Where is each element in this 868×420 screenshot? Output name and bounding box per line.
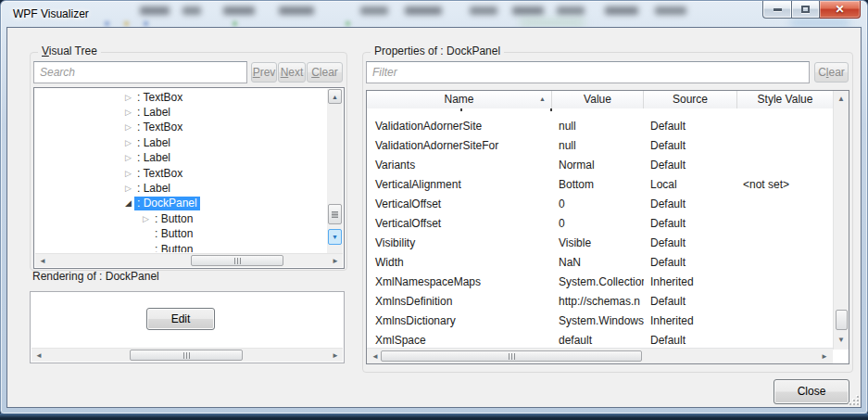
column-header-style-value[interactable]: Style Value — [737, 91, 834, 108]
expander-icon[interactable]: ▷ — [122, 183, 134, 195]
tree-item[interactable]: ◢ : DockPanel — [35, 197, 326, 211]
expander-icon[interactable]: ▷ — [122, 168, 134, 180]
tree-item[interactable]: ▷ : Label — [35, 105, 326, 120]
tree-item-label: : DockPanel — [134, 197, 200, 210]
property-row[interactable]: VerticalAlignment Bottom Local <not set> — [367, 174, 833, 194]
tree-item[interactable]: ▷ : Button — [35, 211, 326, 226]
tree-item[interactable]: ▷ : Label — [35, 181, 326, 196]
scroll-down-button[interactable]: ▼ — [328, 229, 342, 245]
property-name: Visibility — [367, 236, 552, 249]
tree-item[interactable]: ▷ : Label — [35, 135, 326, 150]
expander-icon[interactable]: ▷ — [122, 92, 134, 104]
filter-clear-button[interactable]: Clear — [814, 62, 849, 83]
tree-hscroll-thumb[interactable] — [191, 255, 283, 266]
tree-item[interactable]: ▷ : Label — [35, 151, 326, 166]
property-row[interactable]: XmlnsDefinition http://schemas.n Default — [367, 291, 833, 311]
property-row[interactable]: ValidationAdornerSite null Default — [367, 116, 833, 135]
titlebar[interactable]: WPF Visualizer ✕ — [1, 1, 867, 27]
expander-icon[interactable]: ▷ — [122, 107, 134, 119]
prev-button[interactable]: Prev — [251, 62, 277, 83]
property-value: null — [552, 139, 644, 152]
close-button[interactable]: Close — [774, 379, 849, 404]
properties-vscroll-thumb[interactable] — [836, 310, 848, 330]
minimize-button[interactable] — [762, 1, 791, 19]
tree-item-label: : Button — [152, 243, 195, 252]
property-source: Default — [644, 256, 737, 269]
thumb-grip-icon — [332, 214, 338, 215]
maximize-icon — [801, 6, 810, 13]
scroll-right-icon[interactable]: ► — [330, 257, 341, 265]
property-row[interactable]: Width NaN Default — [367, 252, 833, 272]
property-value: System.Windows — [552, 314, 644, 327]
property-value: 0 — [552, 197, 644, 210]
tree-item[interactable]: : Button — [35, 227, 326, 242]
tree-item-label: : Label — [134, 151, 173, 165]
tree-vscroll-thumb[interactable] — [328, 204, 342, 224]
column-header-name[interactable]: Name ▲ — [367, 91, 552, 108]
scroll-left-icon[interactable]: ◄ — [370, 352, 381, 361]
wpf-visualizer-window: WPF Visualizer ✕ Visual Tree Prev Next C… — [0, 0, 868, 414]
property-row[interactable]: VerticalOffset 0 Default — [367, 213, 833, 233]
triangle-up-icon[interactable]: ▲ — [834, 95, 849, 103]
close-window-button[interactable]: ✕ — [820, 1, 861, 19]
dialog-client-area: Visual Tree Prev Next Clear ▷ : TextBox … — [6, 27, 862, 408]
tree-item[interactable]: ▷ : TextBox — [35, 166, 326, 181]
next-button[interactable]: Next — [278, 62, 306, 83]
tree-horizontal-scrollbar[interactable]: ◄ ► — [35, 253, 343, 267]
property-row[interactable]: XmlnsDictionary System.Windows Inherited — [367, 311, 833, 330]
maximize-button[interactable] — [791, 1, 820, 19]
tree-vertical-scrollbar[interactable]: ▲ ▼ — [327, 89, 343, 253]
property-name: Width — [367, 256, 552, 269]
expander-icon[interactable]: ▷ — [122, 137, 134, 149]
partially-visible-row[interactable] — [367, 108, 833, 116]
property-source: Inherited — [644, 275, 737, 288]
tree-item[interactable]: : Button — [35, 242, 326, 252]
property-row[interactable]: XmlNamespaceMaps System.Collection Inher… — [367, 272, 833, 291]
property-name: ValidationAdornerSiteFor — [367, 139, 552, 152]
search-input[interactable] — [33, 61, 247, 83]
triangle-down-icon: ▼ — [332, 234, 338, 240]
properties-rows: ValidationAdornerSite null Default Valid… — [367, 108, 833, 350]
window-title: WPF Visualizer — [13, 7, 89, 20]
property-name: XmlNamespaceMaps — [367, 275, 552, 288]
expander-icon[interactable]: ▷ — [140, 213, 152, 225]
expander-icon[interactable]: ▷ — [122, 152, 134, 164]
property-row[interactable]: ValidationAdornerSiteFor null Default — [367, 135, 833, 155]
scroll-up-button[interactable]: ▲ — [328, 89, 342, 104]
tree-item-label: : TextBox — [134, 121, 185, 134]
property-value: Normal — [552, 159, 644, 172]
tree-item[interactable]: ▷ : TextBox — [35, 121, 326, 135]
sort-ascending-icon: ▲ — [539, 95, 546, 102]
rendering-hscroll-thumb[interactable] — [130, 350, 243, 361]
properties-vertical-scrollbar[interactable]: ▲ ▼ — [833, 91, 849, 350]
edit-button[interactable]: Edit — [146, 308, 215, 330]
tree-item-label: : Label — [134, 182, 173, 196]
column-header-value[interactable]: Value — [552, 91, 644, 108]
scroll-left-icon[interactable]: ◄ — [37, 257, 48, 265]
tree-clear-button[interactable]: Clear — [307, 62, 343, 83]
tree-item-label: : Button — [152, 227, 195, 241]
tree-item[interactable]: ▷ : TextBox — [35, 90, 326, 105]
property-row[interactable]: VerticalOffset 0 Default — [367, 194, 833, 213]
properties-horizontal-scrollbar[interactable]: ◄ ► — [367, 348, 833, 363]
scroll-right-icon[interactable]: ► — [819, 352, 830, 361]
property-name: ValidationAdornerSite — [367, 120, 552, 133]
property-row[interactable]: Variants Normal Default — [367, 155, 833, 174]
property-source: Default — [644, 236, 737, 249]
scroll-right-icon[interactable]: ► — [330, 351, 341, 360]
expander-icon[interactable]: ▷ — [122, 121, 134, 134]
triangle-down-icon[interactable]: ▼ — [834, 336, 849, 344]
property-source: Default — [644, 197, 737, 210]
resize-grip-icon[interactable] — [848, 394, 859, 405]
column-header-source[interactable]: Source — [644, 91, 737, 108]
property-row[interactable]: Visibility Visible Default — [367, 233, 833, 252]
property-value: default — [552, 334, 644, 347]
filter-input[interactable] — [366, 61, 810, 83]
rendering-horizontal-scrollbar[interactable]: ◄ ► — [31, 348, 343, 362]
property-row[interactable]: XmlSpace default Default — [367, 330, 833, 350]
properties-hscroll-thumb[interactable] — [381, 350, 642, 362]
property-value: null — [552, 120, 644, 133]
scroll-left-icon[interactable]: ◄ — [33, 351, 44, 360]
property-name: Variants — [367, 159, 552, 172]
expander-icon[interactable]: ◢ — [122, 197, 134, 210]
